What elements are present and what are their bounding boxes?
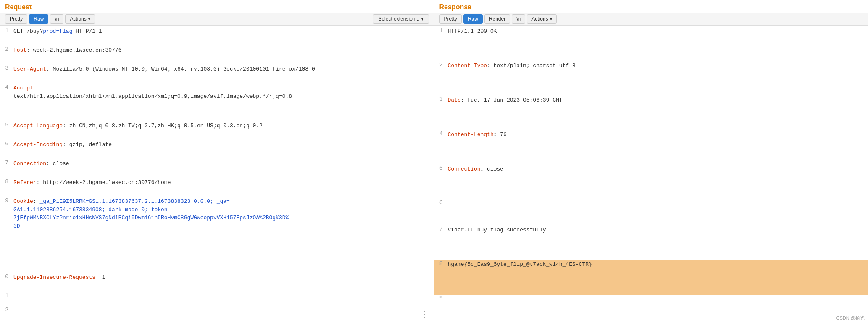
request-actions-label: Actions <box>70 16 86 22</box>
key-host: Host <box>13 47 26 53</box>
key-accept-lang: Accept-Language <box>13 123 63 129</box>
line-num-8: 8 <box>0 179 12 197</box>
line-content-1: GET /buy?prod=flag HTTP/1.1 <box>12 27 434 46</box>
response-render-button[interactable]: Render <box>484 14 510 24</box>
request-actions-chevron-icon: ▾ <box>88 17 90 21</box>
request-line-12: 2 <box>0 307 434 321</box>
request-content-area: 1 GET /buy?prod=flag HTTP/1.1 2 Host: we… <box>0 26 434 323</box>
request-line-5: 5 Accept-Language: zh-CN,zh;q=0.8,zh-TW;… <box>0 122 434 141</box>
response-title: Response <box>434 0 868 13</box>
response-actions-button[interactable]: Actions ▾ <box>527 14 556 24</box>
key-connection: Connection <box>13 160 46 167</box>
line-num-1: 1 <box>0 27 12 46</box>
line-num-10: 0 <box>0 273 12 292</box>
key-upgrade: Upgrade-Insecure-Requests <box>13 274 95 281</box>
resp-line-num-5: 5 <box>434 165 446 200</box>
key-accept: Accept <box>13 85 33 91</box>
response-line-7: 7 Vidar-Tu buy flag successfully <box>434 226 868 260</box>
request-toolbar: Pretty Raw \n Actions ▾ Select extension… <box>0 13 434 26</box>
request-line-10: 0 Upgrade-Insecure-Requests: 1 <box>0 273 434 292</box>
response-line-9: 9 <box>434 295 868 321</box>
select-extension-button[interactable]: Select extension... ▾ <box>373 14 429 24</box>
resp-buy-flag-msg: Vidar-Tu buy flag successfully <box>448 227 546 233</box>
val-accept: : text/html,application/xhtml+xml,applic… <box>13 85 292 100</box>
resp-line-content-7: Vidar-Tu buy flag successfully <box>446 226 868 260</box>
response-line-1: 1 HTTP/1.1 200 OK <box>434 27 868 62</box>
request-line-8: 8 Referer: http://week-2.hgame.lwsec.cn:… <box>0 179 434 197</box>
response-n-button[interactable]: \n <box>512 14 525 24</box>
key-cookie: Cookie <box>13 198 33 205</box>
request-context-menu-icon[interactable]: ⋮ <box>421 310 428 319</box>
main-container: Request Pretty Raw \n Actions ▾ Select e… <box>0 0 868 323</box>
line-num-7: 7 <box>0 160 12 179</box>
line-num-3: 3 <box>0 65 12 84</box>
colon-cookie: : <box>33 198 40 205</box>
key-referer: Referer <box>13 179 37 186</box>
request-line-1: 1 GET /buy?prod=flag HTTP/1.1 <box>0 27 434 46</box>
select-extension-label: Select extension... <box>378 16 419 22</box>
val-upgrade: : 1 <box>95 274 105 281</box>
request-panel: Request Pretty Raw \n Actions ▾ Select e… <box>0 0 434 323</box>
request-actions-button[interactable]: Actions ▾ <box>65 14 95 24</box>
line-content-5: Accept-Language: zh-CN,zh;q=0.8,zh-TW;q=… <box>12 122 434 141</box>
request-line-3: 3 User-Agent: Mozilla/5.0 (Windows NT 10… <box>0 65 434 84</box>
resp-line-num-2: 2 <box>434 62 446 96</box>
line-num-6: 6 <box>0 141 12 160</box>
response-line-5: 5 Connection: close <box>434 165 868 200</box>
line-num-4: 4 <box>0 84 12 122</box>
resp-line-num-9: 9 <box>434 295 446 321</box>
response-actions-chevron-icon: ▾ <box>550 17 552 21</box>
resp-line-num-7: 7 <box>434 226 446 260</box>
key-accept-enc: Accept-Encoding <box>13 142 63 148</box>
resp-line-content-6 <box>446 200 868 226</box>
key-useragent: User-Agent <box>13 66 46 72</box>
request-line-11: 1 <box>0 292 434 307</box>
resp-line-content-1: HTTP/1.1 200 OK <box>446 27 868 62</box>
val-useragent: : Mozilla/5.0 (Windows NT 10.0; Win64; x… <box>46 66 315 72</box>
val-accept-enc: : gzip, deflate <box>63 142 112 148</box>
resp-line-num-4: 4 <box>434 131 446 165</box>
resp-key-content-type: Content-Type <box>448 63 487 69</box>
request-pretty-button[interactable]: Pretty <box>5 14 27 24</box>
val-referer: : http://week-2.hgame.lwsec.cn:30776/hom… <box>37 179 171 186</box>
resp-line-content-9 <box>446 295 868 321</box>
request-line-4: 4 Accept: text/html,application/xhtml+xm… <box>0 84 434 122</box>
response-pretty-button[interactable]: Pretty <box>439 14 462 24</box>
line-num-5: 5 <box>0 122 12 141</box>
line-content-10: Upgrade-Insecure-Requests: 1 <box>12 273 434 292</box>
resp-line-content-3: Date: Tue, 17 Jan 2023 05:06:39 GMT <box>446 96 868 131</box>
line-num-2: 2 <box>0 46 12 65</box>
request-code-block: 1 GET /buy?prod=flag HTTP/1.1 2 Host: we… <box>0 27 434 321</box>
http-version: HTTP/1.1 <box>72 28 102 34</box>
resp-line-num-3: 3 <box>434 96 446 131</box>
line-content-2: Host: week-2.hgame.lwsec.cn:30776 <box>12 46 434 65</box>
resp-line-num-8: 8 <box>434 260 446 295</box>
resp-line-num-1: 1 <box>434 27 446 62</box>
val-connection: : close <box>46 160 69 167</box>
line-content-12 <box>12 307 434 321</box>
request-n-button[interactable]: \n <box>50 14 63 24</box>
response-line-8: 8 hgame{5o_Eas9_6yte_flip_@t7ack_wi4h_4E… <box>434 260 868 295</box>
watermark-text: CSDN @拾光 <box>836 315 865 321</box>
line-content-3: User-Agent: Mozilla/5.0 (Windows NT 10.0… <box>12 65 434 84</box>
response-content-area: 1 HTTP/1.1 200 OK 2 Content-Type: text/p… <box>434 26 868 323</box>
resp-line-content-8: hgame{5o_Eas9_6yte_flip_@t7ack_wi4h_4ES-… <box>446 260 868 295</box>
resp-line-content-2: Content-Type: text/plain; charset=utf-8 <box>446 62 868 96</box>
response-raw-button[interactable]: Raw <box>463 14 483 24</box>
method-text: GET /buy? <box>13 28 43 34</box>
val-cookie: _ga_P1E9Z5LRRK=GS1.1.1673837637.2.1.1673… <box>13 198 289 229</box>
response-line-4: 4 Content-Length: 76 <box>434 131 868 165</box>
line-content-11 <box>12 292 434 307</box>
url-highlight: prod=flag <box>43 28 72 34</box>
response-line-2: 2 Content-Type: text/plain; charset=utf-… <box>434 62 868 96</box>
response-toolbar: Pretty Raw Render \n Actions ▾ <box>434 13 868 26</box>
resp-status: HTTP/1.1 200 OK <box>448 28 497 34</box>
resp-key-content-length: Content-Length <box>448 131 494 138</box>
resp-flag-value: hgame{5o_Eas9_6yte_flip_@t7ack_wi4h_4ES-… <box>448 261 592 268</box>
line-content-9: Cookie: _ga_P1E9Z5LRRK=GS1.1.1673837637.… <box>12 197 434 273</box>
resp-line-content-4: Content-Length: 76 <box>446 131 868 165</box>
resp-line-content-5: Connection: close <box>446 165 868 200</box>
val-host: : week-2.hgame.lwsec.cn:30776 <box>26 47 121 53</box>
request-line-7: 7 Connection: close <box>0 160 434 179</box>
request-raw-button[interactable]: Raw <box>29 14 48 24</box>
